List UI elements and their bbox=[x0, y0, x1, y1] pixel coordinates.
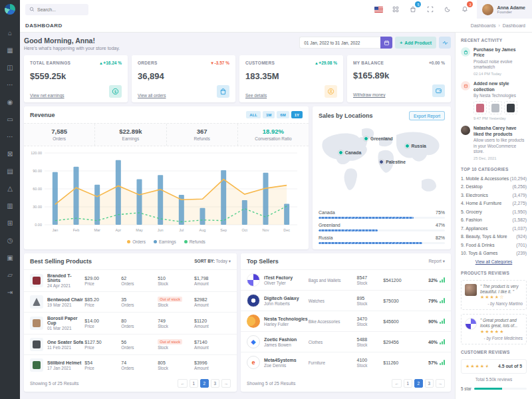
world-map: Greenland Canada Russia Palestine bbox=[318, 125, 446, 203]
category-row[interactable]: 3. Electronics(3,479) bbox=[461, 193, 527, 198]
sidebar-item-forms[interactable]: ▥ bbox=[0, 197, 20, 214]
prev-page-button[interactable]: ← bbox=[178, 379, 187, 388]
withdraw-money-link[interactable]: Withdraw money bbox=[353, 92, 385, 97]
sidebar-item-advance-ui[interactable]: △ bbox=[0, 180, 20, 197]
svg-text:Sep: Sep bbox=[220, 228, 227, 232]
export-report-button[interactable]: Export Report bbox=[409, 111, 445, 120]
app-logo-icon[interactable] bbox=[5, 4, 15, 15]
add-product-button[interactable]: +Add Product bbox=[395, 37, 436, 49]
date-range-input[interactable] bbox=[299, 37, 380, 49]
category-count: (924) bbox=[516, 234, 527, 239]
location-name: Russia bbox=[319, 235, 332, 240]
page-button-2[interactable]: 2 bbox=[414, 379, 423, 388]
table-row[interactable]: One Seater Sofa11 Feb 2021 $127.50Price … bbox=[24, 334, 237, 354]
activity-item[interactable]: Added new style collection By Nesta Tech… bbox=[461, 81, 527, 120]
table-row[interactable]: Digitech GalaxyJohn Roberts Watches 895S… bbox=[241, 290, 451, 311]
map-marker-palestine[interactable]: Palestine bbox=[379, 160, 406, 164]
calendar-icon bbox=[384, 40, 390, 46]
calendar-button[interactable] bbox=[380, 37, 392, 49]
sidebar-item-pages[interactable]: ▭ bbox=[0, 110, 20, 128]
activity-item[interactable]: Purchase by James Price Product noise ev… bbox=[461, 47, 527, 76]
table-row[interactable]: iTest FactoryOliver Tyler Bags and Walle… bbox=[241, 269, 451, 290]
notifications-button[interactable]: 3 bbox=[460, 4, 470, 15]
view-all-orders-link[interactable]: View all orders bbox=[138, 93, 166, 98]
category-row[interactable]: 9. Food & Drinks(701) bbox=[461, 243, 527, 247]
map-marker-canada[interactable]: Canada bbox=[338, 150, 362, 155]
stat-card-customers: CUSTOMERS▴ +29.08 % 183.35M See details bbox=[239, 55, 343, 102]
breadcrumb-item[interactable]: Dashboards bbox=[471, 23, 496, 28]
category-row[interactable]: 7. Appliances(1,037) bbox=[461, 226, 527, 231]
page-button-1[interactable]: 1 bbox=[190, 379, 198, 388]
sidebar-item-widgets[interactable]: ⊠ bbox=[0, 145, 20, 162]
tab-6m[interactable]: 6M bbox=[277, 111, 289, 118]
search-input[interactable] bbox=[37, 7, 84, 12]
table-row[interactable]: ◆Zoetic FashionJames Bowen Clothes 5488S… bbox=[241, 331, 451, 352]
table-row[interactable]: Branded T-Shirts24 Apr 2021 $29.00Price … bbox=[24, 269, 237, 291]
sort-by-dropdown[interactable]: SORT BY: Today ▾ bbox=[194, 259, 231, 264]
next-page-button[interactable]: → bbox=[436, 379, 445, 388]
map-marker-greenland[interactable]: Greenland bbox=[364, 136, 393, 141]
fullscreen-button[interactable] bbox=[425, 4, 436, 15]
page-button-2[interactable]: 2 bbox=[200, 379, 209, 388]
sidebar-item-authentication[interactable]: ◉ bbox=[0, 93, 20, 110]
dark-mode-button[interactable] bbox=[442, 4, 453, 15]
tab-1m[interactable]: 1M bbox=[263, 111, 275, 118]
sidebar-item-maps[interactable]: ▱ bbox=[0, 266, 20, 283]
product-thumb[interactable] bbox=[504, 101, 517, 114]
apps-grid-button[interactable] bbox=[390, 4, 401, 15]
category-name: 10. Toys & Games bbox=[461, 251, 497, 255]
sidebar-item-dashboards[interactable]: ⌂ bbox=[0, 24, 20, 41]
search-box[interactable] bbox=[25, 4, 88, 15]
language-flag-icon[interactable] bbox=[373, 4, 384, 15]
sidebar-item-tables[interactable]: ⊞ bbox=[0, 214, 20, 231]
sidebar-item-charts[interactable]: ◷ bbox=[0, 231, 20, 249]
table-row[interactable]: Bentwood Chair19 Mar 2021 $85.20Price 35… bbox=[24, 291, 237, 312]
table-row[interactable]: Nesta TechnologiesHarley Fuller Bike Acc… bbox=[241, 311, 451, 331]
product-thumb[interactable] bbox=[473, 101, 487, 114]
category-row[interactable]: 2. Desktop(6,256) bbox=[461, 184, 527, 189]
category-row[interactable]: 6. Fashion(1,582) bbox=[461, 217, 527, 222]
page-button-3[interactable]: 3 bbox=[211, 379, 219, 388]
category-name: 1. Mobile & Accessories bbox=[461, 176, 509, 181]
report-dropdown[interactable]: Report ▾ bbox=[428, 259, 445, 264]
product-review-card[interactable]: " Great product and looks great, lots of… bbox=[461, 314, 527, 344]
sidebar-item-layouts[interactable]: ◫ bbox=[0, 59, 20, 76]
category-row[interactable]: 5. Grocery(1,950) bbox=[461, 209, 527, 214]
location-progress-list: Canada75% Greenland47% Russia82% bbox=[313, 203, 451, 249]
see-details-link[interactable]: See details bbox=[245, 93, 267, 98]
out-of-stock-badge: Out of stock bbox=[158, 297, 182, 302]
category-row[interactable]: 1. Mobile & Accessories(10,294) bbox=[461, 176, 527, 181]
user-menu[interactable]: Anna Adame Founder bbox=[477, 0, 532, 19]
category-row[interactable]: 4. Home & Furniture(2,275) bbox=[461, 201, 527, 205]
rating-value: 4.5 out of 5 bbox=[498, 364, 522, 368]
category-row[interactable]: 8. Beauty, Toys & More(924) bbox=[461, 234, 527, 239]
customer-reviews-title: CUSTOMER REVIEWS bbox=[461, 350, 527, 354]
next-page-button[interactable]: → bbox=[221, 379, 231, 388]
sidebar-item-apps[interactable]: ▦ bbox=[0, 41, 20, 59]
caret-down-icon: ▾ bbox=[443, 259, 445, 263]
sidebar-item-menu-dots[interactable]: ⋯ bbox=[0, 76, 20, 93]
table-row[interactable]: eMeta4SystemsZoe Dennis Furniture 4100St… bbox=[241, 352, 451, 372]
date-range-picker[interactable] bbox=[299, 37, 392, 49]
sidebar-item-icons[interactable]: ▣ bbox=[0, 249, 20, 266]
product-review-card[interactable]: " The product is very beautiful. I like … bbox=[461, 280, 527, 310]
view-net-earnings-link[interactable]: View net earnings bbox=[30, 93, 65, 98]
map-marker-russia[interactable]: Russia bbox=[405, 144, 426, 148]
view-all-categories-link[interactable]: View all Categories bbox=[461, 259, 527, 264]
table-row[interactable]: Stillbird Helmet17 Jan 2021 $54Price 74O… bbox=[24, 354, 237, 375]
page-button-3[interactable]: 3 bbox=[425, 379, 434, 388]
activity-chart-button[interactable] bbox=[439, 37, 451, 49]
activity-item[interactable]: Natasha Carey have liked the products Al… bbox=[461, 126, 527, 160]
category-row[interactable]: 10. Toys & Games(239) bbox=[461, 251, 527, 255]
sidebar-item-base-ui[interactable]: ▤ bbox=[0, 162, 20, 180]
sidebar-item-menu-dots-2[interactable]: ⋯ bbox=[0, 128, 20, 145]
prev-page-button[interactable]: ← bbox=[392, 379, 401, 388]
tab-1y[interactable]: 1Y bbox=[291, 111, 303, 118]
table-row[interactable]: Borosil Paper Cup01 Mar 2021 $14.00Price… bbox=[24, 312, 237, 334]
cart-button[interactable]: 5 bbox=[408, 4, 418, 15]
product-thumb[interactable] bbox=[489, 101, 502, 114]
category-count: (10,294) bbox=[510, 176, 527, 181]
page-button-1[interactable]: 1 bbox=[404, 379, 412, 388]
sidebar-item-multi-level[interactable]: ⇥ bbox=[0, 283, 20, 301]
tab-all[interactable]: ALL bbox=[246, 111, 261, 118]
